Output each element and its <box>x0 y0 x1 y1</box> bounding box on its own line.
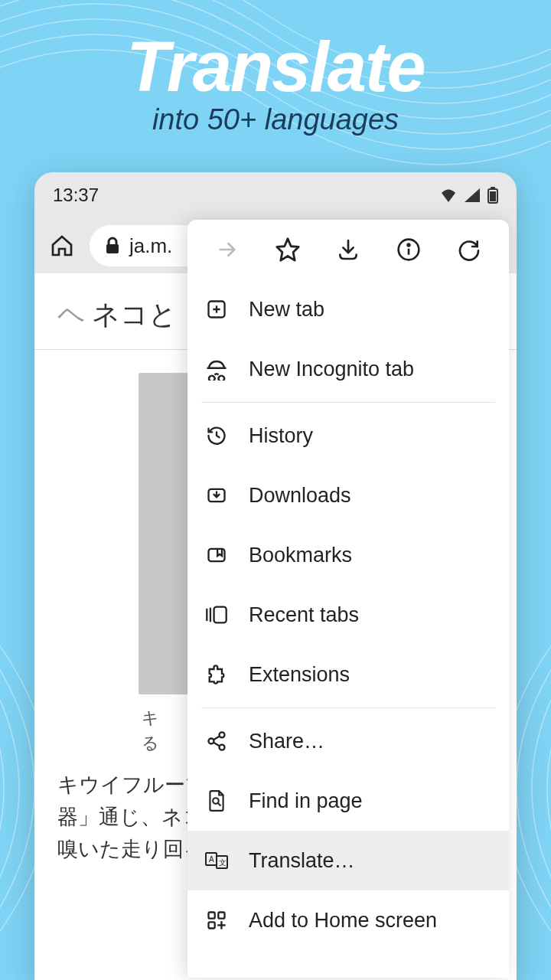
svg-text:文: 文 <box>219 858 227 867</box>
download-button[interactable] <box>330 231 367 268</box>
share-icon <box>204 729 229 753</box>
url-text: ja.m. <box>129 234 172 258</box>
history-icon <box>204 423 229 448</box>
menu-incognito[interactable]: New Incognito tab <box>187 339 509 399</box>
svg-rect-26 <box>209 913 215 919</box>
downloads-icon <box>204 483 229 508</box>
menu-label: Recent tabs <box>249 603 359 627</box>
menu-recent-tabs[interactable]: Recent tabs <box>187 585 509 645</box>
promo-title: Translate <box>0 27 551 107</box>
svg-line-18 <box>214 737 220 740</box>
status-icons <box>440 187 498 204</box>
bookmarks-icon <box>204 543 229 567</box>
status-time: 13:37 <box>53 185 99 206</box>
menu-label: Downloads <box>249 484 351 508</box>
status-bar: 13:37 <box>34 172 517 218</box>
svg-rect-14 <box>214 607 227 623</box>
svg-point-15 <box>220 732 225 737</box>
menu-downloads[interactable]: Downloads <box>187 466 509 525</box>
menu-translate[interactable]: A文 Translate… <box>187 831 509 890</box>
svg-point-6 <box>408 244 410 247</box>
find-icon <box>204 789 229 813</box>
menu-label: Translate… <box>249 849 355 873</box>
menu-label: Find in page <box>249 789 363 813</box>
menu-new-tab[interactable]: New tab <box>187 279 509 339</box>
info-button[interactable] <box>390 231 427 268</box>
menu-bookmarks[interactable]: Bookmarks <box>187 525 509 585</box>
menu-label: New Incognito tab <box>249 358 414 381</box>
extensions-icon <box>204 662 229 687</box>
chevron-left-icon: ヘ <box>57 299 86 330</box>
forward-button[interactable] <box>209 231 246 268</box>
add-home-icon <box>204 908 229 933</box>
menu-label: Add to Home screen <box>249 909 437 933</box>
reload-button[interactable] <box>451 231 487 268</box>
svg-point-20 <box>213 798 219 804</box>
menu-history[interactable]: History <box>187 406 509 466</box>
svg-line-21 <box>218 803 220 805</box>
promo-subtitle: into 50+ languages <box>0 103 551 136</box>
menu-divider <box>201 402 495 403</box>
lock-icon <box>105 237 120 255</box>
phone-frame: 13:37 ja.m. ヘネコと キる キウイフルーツあるため、マタある「鋤鼻器… <box>34 172 517 980</box>
svg-point-16 <box>209 739 214 744</box>
menu-extensions[interactable]: Extensions <box>187 645 509 704</box>
menu-label: New tab <box>249 298 324 322</box>
menu-label: Extensions <box>249 663 350 687</box>
menu-label: Share… <box>249 730 324 753</box>
svg-rect-3 <box>106 244 119 253</box>
menu-label: Bookmarks <box>249 544 352 567</box>
browser-menu: New tab New Incognito tab History Downlo… <box>187 220 509 978</box>
new-tab-icon <box>204 297 229 322</box>
promo-header: Translate into 50+ languages <box>0 27 551 136</box>
menu-top-actions <box>187 220 509 279</box>
incognito-icon <box>204 357 229 381</box>
home-button[interactable] <box>48 232 76 260</box>
svg-rect-28 <box>209 922 215 928</box>
battery-icon <box>487 187 498 204</box>
svg-rect-27 <box>218 913 224 919</box>
menu-find[interactable]: Find in page <box>187 771 509 831</box>
wiki-title: ネコと <box>92 299 177 330</box>
translate-icon: A文 <box>204 848 229 873</box>
svg-point-17 <box>220 745 225 750</box>
menu-label: History <box>249 424 313 448</box>
menu-share[interactable]: Share… <box>187 711 509 771</box>
bookmark-star-button[interactable] <box>269 231 306 268</box>
signal-icon <box>465 188 480 202</box>
svg-rect-2 <box>490 191 496 201</box>
wifi-icon <box>440 188 457 202</box>
recent-tabs-icon <box>204 603 229 627</box>
menu-add-home[interactable]: Add to Home screen <box>187 890 509 950</box>
menu-divider <box>201 707 495 708</box>
svg-text:A: A <box>209 855 214 864</box>
svg-line-19 <box>214 743 220 746</box>
